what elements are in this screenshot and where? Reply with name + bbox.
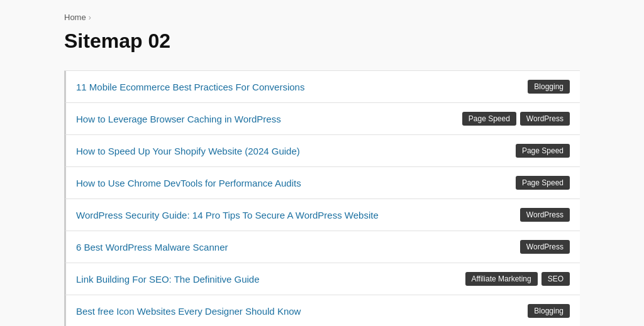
tag-group: Page Speed: [516, 176, 570, 190]
tag-group: Blogging: [528, 80, 570, 94]
breadcrumb-home-link[interactable]: Home: [64, 13, 86, 22]
tag-badge[interactable]: Page Speed: [516, 176, 570, 190]
sitemap-item: 11 Mobile Ecommerce Best Practices For C…: [64, 71, 580, 103]
breadcrumb: Home ›: [64, 13, 580, 22]
sitemap-item: Best free Icon Websites Every Designer S…: [64, 295, 580, 326]
sitemap-item-title[interactable]: How to Leverage Browser Caching in WordP…: [76, 114, 452, 124]
tag-badge[interactable]: Page Speed: [462, 112, 516, 126]
sitemap-item: WordPress Security Guide: 14 Pro Tips To…: [64, 199, 580, 231]
sitemap-item: How to Leverage Browser Caching in WordP…: [64, 103, 580, 135]
tag-group: Affiliate MarketingSEO: [465, 272, 570, 286]
sitemap-item: How to Speed Up Your Shopify Website (20…: [64, 135, 580, 167]
tag-badge[interactable]: Affiliate Marketing: [465, 272, 538, 286]
page-title: Sitemap 02: [64, 30, 580, 53]
tag-badge[interactable]: Blogging: [528, 80, 570, 94]
breadcrumb-separator: ›: [89, 13, 91, 22]
tag-group: WordPress: [520, 240, 570, 254]
sitemap-list: 11 Mobile Ecommerce Best Practices For C…: [64, 70, 580, 326]
tag-group: Blogging: [528, 304, 570, 318]
tag-group: Page SpeedWordPress: [462, 112, 570, 126]
sitemap-item: Link Building For SEO: The Definitive Gu…: [64, 263, 580, 295]
tag-badge[interactable]: WordPress: [520, 208, 570, 222]
sitemap-item-title[interactable]: WordPress Security Guide: 14 Pro Tips To…: [76, 210, 510, 220]
sitemap-item-title[interactable]: How to Speed Up Your Shopify Website (20…: [76, 146, 506, 156]
page-wrapper: Home › Sitemap 02 11 Mobile Ecommerce Be…: [39, 0, 605, 326]
sitemap-item-title[interactable]: 11 Mobile Ecommerce Best Practices For C…: [76, 82, 518, 92]
tag-badge[interactable]: SEO: [541, 272, 570, 286]
sitemap-item-title[interactable]: How to Use Chrome DevTools for Performan…: [76, 178, 506, 188]
tag-group: Page Speed: [516, 144, 570, 158]
sitemap-item-title[interactable]: 6 Best WordPress Malware Scanner: [76, 242, 510, 253]
sitemap-item-title[interactable]: Link Building For SEO: The Definitive Gu…: [76, 274, 455, 285]
tag-badge[interactable]: WordPress: [520, 240, 570, 254]
tag-badge[interactable]: Blogging: [528, 304, 570, 318]
tag-group: WordPress: [520, 208, 570, 222]
tag-badge[interactable]: WordPress: [520, 112, 570, 126]
sitemap-item: 6 Best WordPress Malware ScannerWordPres…: [64, 231, 580, 263]
sitemap-item: How to Use Chrome DevTools for Performan…: [64, 167, 580, 199]
sitemap-item-title[interactable]: Best free Icon Websites Every Designer S…: [76, 306, 518, 317]
tag-badge[interactable]: Page Speed: [516, 144, 570, 158]
